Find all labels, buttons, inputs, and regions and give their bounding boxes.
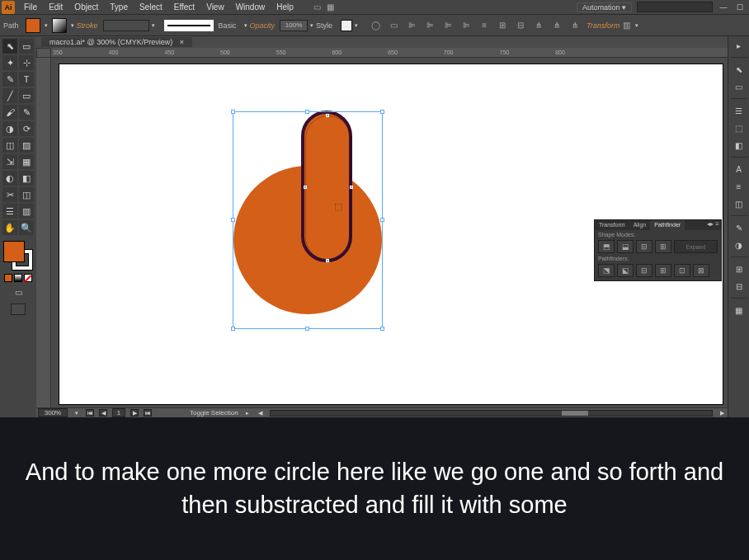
bridge-icon[interactable]: ▭	[311, 1, 324, 14]
graphic-styles-panel-icon[interactable]: ◑	[732, 238, 747, 252]
menu-edit[interactable]: Edit	[43, 0, 68, 14]
free-transform-tool[interactable]: ⇲	[2, 154, 17, 169]
selection-bounding-box[interactable]	[233, 111, 383, 329]
close-tab-icon[interactable]: ×	[180, 38, 184, 46]
crop-button[interactable]: ⊞	[655, 264, 671, 277]
unite-button[interactable]: ⬒	[598, 240, 615, 253]
direct-selection-tool[interactable]: ▭	[19, 39, 34, 54]
links-panel-icon[interactable]: ▦	[732, 303, 747, 318]
tab-pathfinder[interactable]: Pathfinder	[650, 220, 685, 230]
zoom-tool[interactable]: 🔍	[19, 220, 34, 235]
document-tab[interactable]: macro1.ai* @ 300% (CMYK/Preview) ×	[41, 37, 192, 47]
align-to-icon[interactable]: ▭	[387, 19, 400, 32]
arrange-docs-icon[interactable]: ▦	[324, 1, 337, 14]
eyedropper-tool[interactable]: ✂	[2, 187, 17, 202]
blend-tool[interactable]: ☰	[2, 204, 17, 219]
resize-handle[interactable]	[231, 110, 235, 114]
horizontal-scrollbar[interactable]	[270, 410, 713, 416]
menu-effect[interactable]: Effect	[168, 0, 200, 14]
pen-tool[interactable]: ✎	[2, 72, 17, 87]
scroll-left-icon[interactable]: ◀	[257, 410, 265, 416]
rotate-tool[interactable]: ⟳	[19, 121, 34, 136]
line-tool[interactable]: ╱	[2, 88, 17, 103]
fill-dropdown-icon[interactable]: ▾	[42, 18, 50, 33]
brush-definition[interactable]	[164, 20, 214, 31]
artboard-first-icon[interactable]: ⏮	[86, 409, 94, 416]
stroke-color-swatch[interactable]	[52, 18, 67, 33]
pathfinder-panel[interactable]: Transform Align Pathfinder ◂▸ ≡ Shape Mo…	[594, 219, 722, 281]
hand-tool[interactable]: ✋	[2, 220, 17, 235]
stroke-dropdown-icon[interactable]: ▾	[68, 18, 77, 33]
scrollbar-thumb[interactable]	[562, 411, 588, 416]
resize-handle[interactable]	[305, 110, 309, 114]
panel-menu-icon[interactable]: ≡	[715, 220, 719, 230]
menu-window[interactable]: Window	[230, 0, 271, 14]
appearance-panel-icon[interactable]: ✎	[732, 220, 747, 235]
width-tool[interactable]: ▨	[19, 138, 34, 153]
align-right-icon[interactable]: ⊫	[441, 19, 455, 32]
resize-handle[interactable]	[380, 218, 384, 222]
exclude-button[interactable]: ⊞	[655, 240, 671, 253]
dist-h-icon[interactable]: ⊟	[514, 19, 527, 32]
artboards-panel-icon[interactable]: ⊟	[732, 279, 747, 294]
paintbrush-tool[interactable]: 🖌	[2, 105, 17, 120]
merge-button[interactable]: ⊟	[636, 264, 652, 277]
selection-tool[interactable]: ⬉	[2, 39, 17, 54]
swatches-panel-icon[interactable]: ☰	[732, 103, 747, 118]
trim-button[interactable]: ⬕	[617, 264, 634, 277]
symbols-panel-icon[interactable]: ◧	[732, 138, 747, 153]
color-guide-panel-icon[interactable]: ▭	[732, 79, 747, 94]
fill-color-swatch[interactable]	[26, 18, 40, 33]
stroke-panel-icon[interactable]: A	[732, 162, 747, 176]
fill-stroke-proxy[interactable]	[3, 241, 33, 271]
gradient-tool[interactable]: ◫	[19, 187, 34, 202]
automation-dropdown[interactable]: Automation ▾	[577, 2, 632, 12]
opacity-dropdown-icon[interactable]: ▾	[308, 18, 316, 33]
recolor-icon[interactable]: ◯	[369, 19, 382, 32]
transform-dropdown-icon[interactable]: ▾	[633, 18, 641, 33]
expand-button[interactable]: Expand	[674, 240, 718, 253]
minimize-icon[interactable]: —	[718, 2, 729, 12]
scroll-right-icon[interactable]: ▶	[718, 410, 726, 416]
scale-tool[interactable]: ◫	[2, 138, 17, 153]
symbol-sprayer-tool[interactable]: ▥	[19, 204, 34, 219]
artboard-last-icon[interactable]: ⏭	[144, 409, 152, 416]
resize-handle[interactable]	[380, 110, 384, 114]
minus-back-button[interactable]: ⊠	[693, 264, 709, 277]
divide-button[interactable]: ⬔	[598, 264, 615, 277]
rectangle-tool[interactable]: ▭	[19, 88, 34, 103]
fill-proxy[interactable]	[3, 241, 25, 262]
resize-handle[interactable]	[305, 327, 309, 331]
maximize-icon[interactable]: ☐	[734, 2, 746, 12]
transform-panel-icon[interactable]: ▥	[619, 19, 633, 32]
align-bottom-icon[interactable]: ⊞	[496, 19, 509, 32]
color-mode-none[interactable]	[24, 274, 32, 282]
magic-wand-tool[interactable]: ✦	[2, 55, 17, 70]
menu-file[interactable]: File	[18, 0, 43, 14]
shape-builder-tool[interactable]: ▦	[19, 154, 34, 169]
menu-object[interactable]: Object	[68, 0, 104, 14]
align-hcenter-icon[interactable]: ⊫	[423, 19, 436, 32]
brush-dropdown-icon[interactable]: ▾	[242, 18, 250, 33]
tab-align[interactable]: Align	[629, 220, 651, 230]
align-top-icon[interactable]: ⊫	[459, 19, 473, 32]
pencil-tool[interactable]: ✎	[19, 105, 34, 120]
edit-icon[interactable]: ⋔	[568, 19, 582, 32]
color-panel-icon[interactable]: ⬉	[732, 62, 747, 77]
isolate-icon[interactable]: ⋔	[550, 19, 563, 32]
artboard-next-icon[interactable]: ▶	[130, 409, 139, 416]
resize-handle[interactable]	[380, 327, 384, 331]
gradient-panel-icon[interactable]: ≡	[732, 179, 747, 194]
lasso-tool[interactable]: ⊹	[19, 55, 34, 70]
zoom-field[interactable]: 300%	[38, 408, 68, 417]
search-input[interactable]	[637, 2, 713, 12]
graphic-style-swatch[interactable]	[341, 20, 352, 31]
panel-collapse-icon[interactable]: ◂▸	[707, 220, 714, 230]
align-left-icon[interactable]: ⊫	[405, 19, 418, 32]
style-dropdown-icon[interactable]: ▾	[352, 18, 360, 33]
menu-select[interactable]: Select	[134, 0, 168, 14]
intersect-button[interactable]: ⊟	[636, 240, 652, 253]
status-menu-icon[interactable]: ▸	[243, 410, 252, 416]
screen-mode-button[interactable]: ▭	[11, 285, 26, 299]
transform-link[interactable]: Transform	[586, 21, 619, 30]
